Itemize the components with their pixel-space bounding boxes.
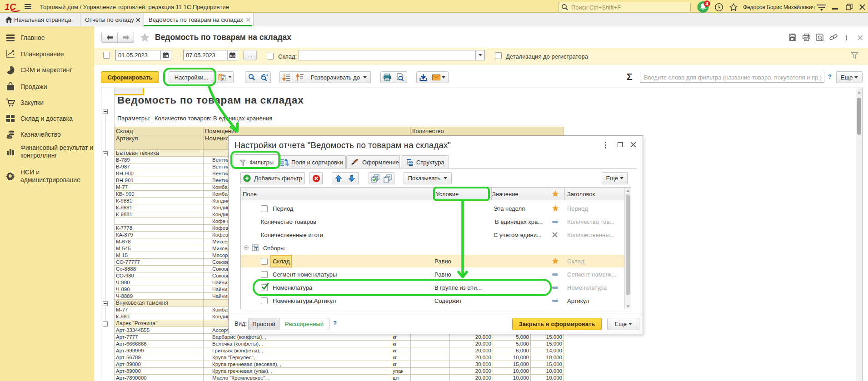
svg-text:1С: 1С — [5, 2, 16, 12]
svg-text:4: 4 — [706, 1, 708, 6]
